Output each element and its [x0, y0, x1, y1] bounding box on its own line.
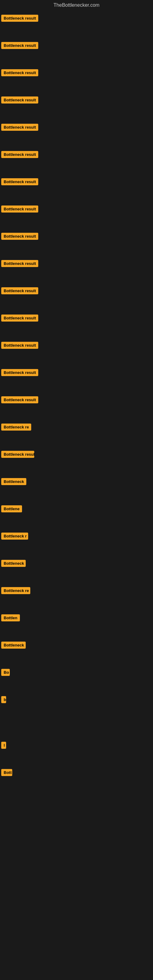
list-item: Bottleneck resul [1, 449, 153, 461]
bottleneck-badge[interactable]: Bottleneck result [1, 396, 38, 403]
list-item: Bottleneck result [1, 13, 153, 25]
list-item: Bottlen [1, 612, 153, 624]
bottleneck-badge[interactable]: Bottleneck result [1, 233, 38, 240]
bottleneck-badge[interactable]: Bottlene [1, 505, 22, 512]
bottleneck-badge[interactable]: Bottleneck resul [1, 451, 34, 458]
bottleneck-badge[interactable]: Bottleneck result [1, 124, 38, 131]
bottleneck-badge[interactable]: Bo [1, 669, 10, 676]
site-header: TheBottlenecker.com [0, 0, 153, 12]
bottleneck-badge[interactable]: Bottleneck result [1, 315, 38, 321]
list-item: Bottleneck result [1, 204, 153, 216]
bottleneck-badge[interactable]: l [1, 742, 6, 749]
bottleneck-badge[interactable]: Bott [1, 769, 12, 776]
site-title: TheBottlenecker.com [0, 0, 153, 12]
list-item: Bottleneck result [1, 367, 153, 379]
list-item: Bottlene [1, 503, 153, 515]
list-item: Bottleneck result [1, 340, 153, 352]
list-item: Bottleneck [1, 476, 153, 488]
bottleneck-badge[interactable]: Bottleneck result [1, 69, 38, 76]
bottleneck-badge[interactable]: Bottleneck result [1, 42, 38, 49]
list-item: Bottleneck result [1, 149, 153, 161]
bottleneck-badge[interactable]: Bottlen [1, 614, 20, 621]
list-item: b [1, 694, 153, 706]
bottleneck-badge[interactable]: Bottleneck result [1, 369, 38, 376]
bottleneck-badge[interactable]: Bottleneck r [1, 533, 28, 539]
bottleneck-badge[interactable]: Bottleneck result [1, 287, 38, 294]
list-item: Bottleneck result [1, 122, 153, 134]
bottleneck-badge[interactable]: Bottleneck re [1, 423, 31, 431]
bottleneck-badge[interactable]: Bottleneck result [1, 205, 38, 213]
list-item: Bottleneck [1, 640, 153, 652]
list-item-empty [1, 797, 153, 816]
list-item: Bottleneck result [1, 40, 153, 52]
list-item: Bottleneck result [1, 67, 153, 79]
list-item: Bottleneck result [1, 313, 153, 325]
list-item: Bottleneck result [1, 177, 153, 188]
bottleneck-badge[interactable]: Bottleneck result [1, 151, 38, 158]
list-item-empty [1, 889, 153, 908]
bottleneck-badge[interactable]: Bottleneck result [1, 97, 38, 103]
list-item: Bottleneck result [1, 231, 153, 243]
list-item-empty [1, 816, 153, 834]
list-item: Bottleneck r [1, 531, 153, 542]
list-item-empty [1, 779, 153, 797]
list-item: Bottleneck re [1, 422, 153, 434]
list-item-empty [1, 853, 153, 871]
bottleneck-badge[interactable]: Bottleneck result [1, 15, 38, 22]
bottleneck-badge[interactable]: Bottleneck result [1, 260, 38, 267]
list-item: Bottleneck result [1, 258, 153, 270]
list-item: Bottleneck re [1, 585, 153, 597]
list-item: Bottleneck result [1, 395, 153, 406]
bottleneck-badge[interactable]: b [1, 696, 6, 703]
bottleneck-badge[interactable]: Bottleneck result [1, 178, 38, 185]
bottleneck-badge[interactable]: Bottleneck result [1, 342, 38, 349]
list-item: Bott [1, 767, 153, 779]
list-item: Bottleneck [1, 558, 153, 570]
list-item-empty [1, 871, 153, 889]
items-container: Bottleneck resultBottleneck resultBottle… [0, 12, 153, 908]
list-item: Bottleneck result [1, 95, 153, 107]
list-item-empty [1, 706, 153, 725]
bottleneck-badge[interactable]: Bottleneck re [1, 587, 30, 594]
list-item: Bo [1, 667, 153, 679]
list-item: l [1, 740, 153, 752]
bottleneck-badge[interactable]: Bottleneck [1, 641, 26, 649]
bottleneck-badge[interactable]: Bottleneck [1, 478, 26, 485]
bottleneck-badge[interactable]: Bottleneck [1, 560, 26, 567]
list-item: Bottleneck result [1, 285, 153, 298]
list-item-empty [1, 834, 153, 853]
